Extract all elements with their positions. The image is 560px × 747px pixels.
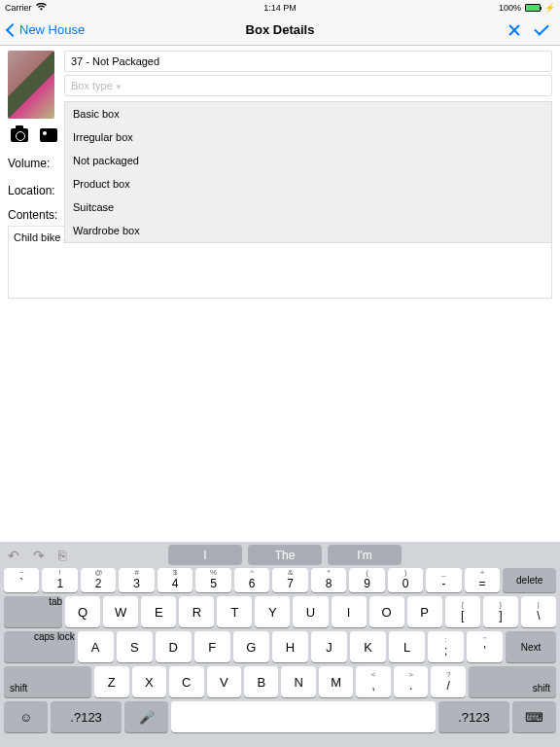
charging-icon: ⚡ [544, 3, 555, 13]
key-B[interactable]: B [244, 666, 278, 697]
back-label: New House [19, 22, 85, 37]
contents-label: Contents: [8, 208, 61, 222]
battery-icon [525, 4, 541, 12]
page-title: Box Details [246, 22, 315, 37]
box-name-value: 37 - Not Packaged [71, 55, 159, 67]
carrier-label: Carrier [5, 3, 32, 13]
key-punct[interactable]: >. [394, 666, 428, 697]
prediction[interactable]: The [248, 545, 322, 565]
key-punct[interactable]: "' [467, 631, 503, 662]
key-bracket[interactable]: }] [483, 596, 518, 627]
key-M[interactable]: M [319, 666, 353, 697]
clipboard-button[interactable]: ⎘ [58, 548, 66, 563]
key-T[interactable]: T [217, 596, 252, 627]
back-button[interactable]: New House [8, 22, 85, 37]
key-6[interactable]: ^6 [234, 568, 269, 592]
key-F[interactable]: F [194, 631, 230, 662]
symbols-key[interactable]: .?123 [51, 701, 122, 732]
key-9[interactable]: (9 [349, 568, 384, 592]
tab-key[interactable]: tab [4, 596, 62, 627]
key-punct[interactable]: ?/ [431, 666, 465, 697]
hide-keyboard-key[interactable]: ⌨ [512, 701, 556, 732]
box-photo[interactable] [8, 51, 54, 119]
confirm-button[interactable] [534, 20, 549, 36]
key-U[interactable]: U [293, 596, 328, 627]
key-punct[interactable]: <, [356, 666, 390, 697]
box-name-field[interactable]: 37 - Not Packaged [64, 51, 552, 72]
key--[interactable]: _- [426, 568, 461, 592]
key-H[interactable]: H [272, 631, 308, 662]
next-key[interactable]: Next [506, 631, 556, 662]
key-2[interactable]: @2 [81, 568, 116, 592]
nav-bar: New House Box Details [0, 15, 560, 46]
key-`[interactable]: ~` [4, 568, 39, 592]
shift-key[interactable]: shift [469, 666, 556, 697]
key-C[interactable]: C [169, 666, 203, 697]
key-X[interactable]: X [132, 666, 166, 697]
key-=[interactable]: += [465, 568, 500, 592]
key-I[interactable]: I [332, 596, 367, 627]
key-R[interactable]: R [179, 596, 214, 627]
key-E[interactable]: E [141, 596, 176, 627]
key-bracket[interactable]: {[ [445, 596, 480, 627]
shift-key[interactable]: shift [4, 666, 91, 697]
emoji-key[interactable]: ☺ [4, 701, 48, 732]
gallery-button[interactable] [37, 124, 60, 146]
box-type-select[interactable]: Box type [64, 75, 552, 96]
cancel-button[interactable] [508, 23, 521, 37]
dropdown-option[interactable]: Product box [65, 172, 551, 196]
key-punct[interactable]: :; [428, 631, 464, 662]
dropdown-option[interactable]: Suitcase [65, 196, 551, 219]
box-type-placeholder: Box type [71, 80, 122, 91]
key-L[interactable]: L [389, 631, 425, 662]
key-0[interactable]: )0 [388, 568, 423, 592]
key-3[interactable]: #3 [119, 568, 154, 592]
key-Z[interactable]: Z [94, 666, 128, 697]
gallery-icon [40, 128, 57, 142]
key-bracket[interactable]: |\ [521, 596, 556, 627]
prediction[interactable]: I'm [328, 545, 402, 565]
dropdown-option[interactable]: Not packaged [65, 149, 551, 172]
key-V[interactable]: V [207, 666, 241, 697]
key-P[interactable]: P [407, 596, 442, 627]
camera-button[interactable] [8, 124, 31, 146]
contents-value: Child bike 2 [14, 231, 69, 243]
wifi-icon [36, 3, 47, 13]
main-content: 37 - Not Packaged Box type Basic box Irr… [0, 46, 560, 303]
key-1[interactable]: !1 [42, 568, 77, 592]
box-type-dropdown: Basic box Irregular box Not packaged Pro… [64, 101, 552, 243]
status-bar: Carrier 1:14 PM 100% ⚡ [0, 0, 560, 15]
key-K[interactable]: K [350, 631, 386, 662]
camera-icon [11, 128, 28, 142]
keyboard: ↶ ↷ ⎘ I The I'm ~`!1@2#3$4%5^6&7*8(9)0_-… [0, 542, 560, 747]
key-N[interactable]: N [281, 666, 315, 697]
delete-key[interactable]: delete [503, 568, 556, 592]
key-Y[interactable]: Y [255, 596, 290, 627]
key-W[interactable]: W [103, 596, 138, 627]
key-A[interactable]: A [78, 631, 114, 662]
capslock-key[interactable]: caps lock [4, 631, 75, 662]
key-Q[interactable]: Q [65, 596, 100, 627]
key-J[interactable]: J [311, 631, 347, 662]
symbols-key[interactable]: .?123 [438, 701, 509, 732]
volume-label: Volume: [8, 157, 61, 170]
key-O[interactable]: O [369, 596, 404, 627]
battery-label: 100% [499, 3, 521, 13]
space-key[interactable] [171, 701, 436, 732]
dropdown-option[interactable]: Basic box [65, 102, 551, 125]
dropdown-option[interactable]: Irregular box [65, 125, 551, 149]
prediction[interactable]: I [168, 545, 242, 565]
chevron-left-icon [6, 22, 19, 36]
key-8[interactable]: *8 [311, 568, 346, 592]
key-S[interactable]: S [117, 631, 153, 662]
key-D[interactable]: D [156, 631, 192, 662]
dropdown-option[interactable]: Wardrobe box [65, 219, 551, 242]
key-4[interactable]: $4 [158, 568, 192, 592]
key-7[interactable]: &7 [272, 568, 307, 592]
mic-key[interactable]: 🎤 [124, 701, 168, 732]
key-5[interactable]: %5 [195, 568, 230, 592]
location-label: Location: [8, 184, 61, 197]
redo-button[interactable]: ↷ [33, 548, 45, 563]
undo-button[interactable]: ↶ [8, 548, 19, 563]
key-G[interactable]: G [233, 631, 269, 662]
